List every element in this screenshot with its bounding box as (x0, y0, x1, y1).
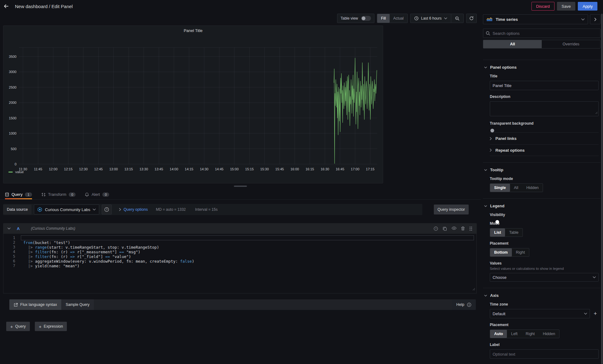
tab-alert[interactable]: Alert 0 (85, 190, 109, 199)
datasource-picker[interactable]: Curious Community Labs (34, 205, 99, 214)
tab-all[interactable]: All (483, 40, 542, 48)
scrollbar-thumb[interactable] (601, 14, 603, 364)
sample-query-button[interactable]: Sample Query (61, 299, 94, 310)
clock-icon (414, 16, 419, 21)
svg-text:14:00: 14:00 (170, 167, 179, 171)
tab-transform[interactable]: Transform 0 (41, 190, 76, 199)
section-tooltip-header[interactable]: Tooltip (483, 168, 601, 172)
axis-placement-right[interactable]: Right (522, 330, 539, 338)
time-range-button[interactable]: Last 6 hours (411, 14, 451, 23)
query-inspector-button[interactable]: Query inspector (434, 205, 469, 214)
discard-button[interactable]: Discard (531, 2, 554, 11)
panel-preview: Panel Title 0500100015002000250030003500… (3, 25, 383, 183)
section-legend-header[interactable]: Legend (483, 204, 601, 208)
svg-text:14:30: 14:30 (200, 167, 209, 171)
legend-placement-right[interactable]: Right (512, 248, 529, 256)
axis-label-input[interactable] (490, 349, 599, 359)
tooltip-mode-hidden[interactable]: Hidden (522, 184, 543, 192)
tooltip-mode-single[interactable]: Single (490, 184, 510, 192)
tab-alert-count: 0 (102, 192, 109, 197)
panel-links-row[interactable]: Panel links (490, 132, 599, 144)
svg-text:?: ? (106, 208, 108, 211)
tooltip-mode-group: Single All Hidden (490, 183, 543, 192)
editor-code[interactable]: from(bucket: "test") |> range(start: v.t… (23, 236, 194, 268)
repeat-options-row[interactable]: Repeat options (490, 144, 599, 156)
legend-placement-bottom[interactable]: Bottom (490, 248, 512, 256)
svg-text:0: 0 (15, 162, 16, 166)
editor-resize-handle[interactable] (472, 286, 475, 292)
zoom-out-button[interactable] (451, 14, 463, 23)
options-search-input[interactable] (493, 31, 598, 36)
collapse-chevron-icon[interactable] (7, 228, 11, 229)
legend-values-select[interactable]: Choose (490, 273, 599, 282)
axis-placement-auto[interactable]: Auto (490, 330, 507, 338)
help-button[interactable]: Help (452, 299, 476, 310)
zoom-out-icon (455, 16, 460, 21)
svg-text:2500: 2500 (9, 85, 16, 89)
toggle-visibility-icon[interactable] (452, 226, 457, 231)
add-query-button[interactable]: + Query (6, 322, 30, 331)
svg-text:17:00: 17:00 (351, 167, 359, 171)
fill-actual-group: Fill Actual (377, 14, 408, 23)
query-row-header[interactable]: A (Curious Community Labs) ? (3, 223, 477, 234)
delete-query-icon[interactable] (461, 226, 465, 231)
section-panel-options-header[interactable]: Panel options (483, 65, 601, 70)
collapse-pane-button[interactable] (590, 14, 601, 24)
axis-placement-left[interactable]: Left (507, 330, 522, 338)
add-buttons-row: + Query + Expression (6, 322, 67, 331)
transform-icon (41, 192, 46, 197)
datasource-help-button[interactable]: ? (102, 205, 112, 214)
options-search[interactable] (483, 29, 601, 38)
query-options-link[interactable]: Query options (123, 207, 148, 212)
time-series-viz-icon (486, 17, 493, 21)
database-icon (5, 192, 9, 197)
section-axis-header[interactable]: Axis (483, 293, 601, 298)
tab-transform-count: 0 (69, 192, 76, 197)
timezone-label: Time zone (490, 302, 601, 306)
legend-mode-group: List Table (490, 228, 523, 237)
panel-title-input[interactable] (490, 81, 599, 90)
description-textarea[interactable] (490, 101, 599, 116)
chevron-down-icon (484, 295, 487, 297)
table-view-toggle[interactable] (361, 16, 371, 21)
apply-button[interactable]: Apply (578, 2, 597, 11)
chevron-right-icon[interactable] (119, 208, 121, 211)
query-help-icon[interactable]: ? (434, 226, 438, 231)
time-series-chart[interactable]: 050010001500200025003000350011:3011:4512… (6, 34, 381, 174)
panel-resize-handle[interactable] (234, 186, 247, 187)
legend-item[interactable]: value (8, 170, 24, 174)
legend-mode-list[interactable]: List (490, 228, 505, 237)
editor-line-numbers: 1234567 (3, 236, 20, 268)
duplicate-query-icon[interactable] (443, 226, 447, 231)
svg-text:12:45: 12:45 (94, 167, 103, 171)
tooltip-mode-label: Tooltip mode (490, 177, 601, 181)
datasource-name: Curious Community Labs (45, 207, 90, 212)
add-expression-label: Expression (44, 324, 63, 329)
refresh-button[interactable] (466, 14, 477, 23)
add-expression-button[interactable]: + Expression (35, 322, 67, 331)
svg-text:2000: 2000 (9, 101, 16, 104)
chevron-down-icon (581, 18, 585, 21)
svg-text:16:15: 16:15 (305, 167, 314, 171)
tab-overrides[interactable]: Overrides (542, 40, 600, 48)
timezone-select[interactable]: Default (490, 309, 590, 318)
legend-mode-table[interactable]: Table (505, 228, 522, 237)
chevron-down-icon (484, 205, 487, 207)
textarea-resize-icon[interactable] (595, 110, 598, 115)
sidebar-scrollbar[interactable] (601, 14, 603, 364)
fill-option[interactable]: Fill (377, 14, 389, 23)
back-arrow-icon[interactable] (0, 0, 12, 12)
add-timezone-button[interactable]: + (594, 311, 597, 317)
flux-code-editor[interactable]: 1234567 from(bucket: "test") |> range(st… (3, 234, 477, 293)
actual-option[interactable]: Actual (390, 14, 407, 23)
section-axis: Axis Time zone Default + Placement Auto … (483, 288, 601, 364)
table-view-label: Table view (341, 16, 358, 21)
save-button[interactable]: Save (557, 2, 576, 11)
tab-query[interactable]: Query 1 (5, 190, 32, 199)
visualization-picker[interactable]: Time series (483, 14, 588, 24)
axis-placement-hidden[interactable]: Hidden (539, 330, 559, 338)
tooltip-mode-all[interactable]: All (510, 184, 522, 192)
bell-icon (85, 192, 89, 197)
flux-syntax-button[interactable]: Flux language syntax (9, 299, 61, 310)
drag-handle-icon[interactable] (469, 226, 472, 231)
